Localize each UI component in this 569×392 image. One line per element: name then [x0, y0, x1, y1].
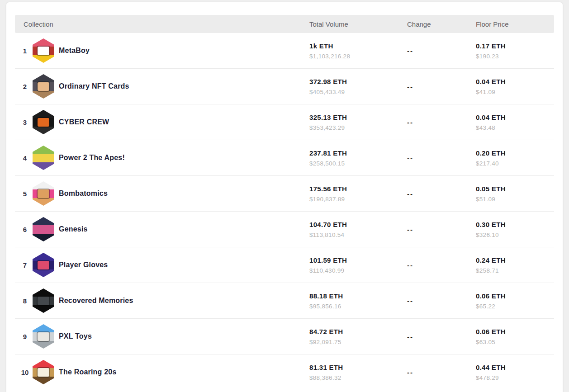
collection-cell: 3 CYBER CREW — [15, 110, 309, 134]
genesis-collection-icon — [33, 217, 54, 241]
floor-price-eth: 0.24 ETH — [476, 256, 554, 264]
floor-price-eth: 0.06 ETH — [476, 292, 554, 300]
floor-price-usd: $63.05 — [476, 339, 554, 345]
total-volume-eth: 175.56 ETH — [309, 185, 407, 193]
collection-icon-accent — [38, 118, 49, 127]
collection-name[interactable]: Power 2 The Apes! — [59, 154, 125, 162]
column-header-floor-price[interactable]: Floor Price — [476, 20, 554, 28]
floor-price-usd: $41.09 — [476, 89, 554, 95]
bombatomics-collection-icon — [33, 181, 54, 206]
collection-name[interactable]: PXL Toys — [59, 332, 92, 340]
collection-cell: 4 Power 2 The Apes! — [15, 146, 309, 170]
floor-price-usd: $65.22 — [476, 303, 554, 310]
floor-price-usd: $217.40 — [476, 160, 554, 167]
collection-icon-accent — [38, 261, 49, 269]
floor-price-cell: 0.04 ETH $41.09 — [476, 78, 554, 95]
rank-number: 3 — [18, 118, 32, 126]
rank-number: 9 — [18, 333, 32, 340]
collection-cell: 7 Player Gloves — [15, 253, 309, 277]
collection-cell: 8 Recovered Memories — [15, 288, 309, 313]
collection-icon-accent — [38, 368, 49, 377]
table-row[interactable]: 10 The Roaring 20s 81.31 ETH $88,386.32 … — [15, 354, 554, 390]
collection-cell: 6 Genesis — [15, 217, 309, 241]
collection-cell: 9 PXL Toys — [15, 324, 309, 349]
change-value: -- — [407, 154, 476, 162]
floor-price-usd: $326.10 — [476, 231, 554, 238]
collection-icon-accent — [38, 332, 49, 341]
floor-price-cell: 0.04 ETH $43.48 — [476, 113, 554, 131]
collection-cell: 5 Bombatomics — [15, 181, 309, 206]
total-volume-usd: $190,837.89 — [309, 196, 407, 203]
floor-price-usd: $258.71 — [476, 267, 554, 274]
table-row[interactable]: 9 PXL Toys 84.72 ETH $92,091.75 -- 0.06 … — [15, 319, 554, 354]
total-volume-cell: 101.59 ETH $110,430.99 — [309, 256, 407, 274]
floor-price-cell: 0.05 ETH $51.09 — [476, 185, 554, 203]
cyber-crew-collection-icon — [33, 110, 54, 134]
rank-number: 6 — [18, 226, 32, 233]
table-row[interactable]: 3 CYBER CREW 325.13 ETH $353,423.29 -- 0… — [15, 104, 554, 140]
change-value: -- — [407, 47, 476, 55]
total-volume-eth: 104.70 ETH — [309, 221, 407, 228]
table-row[interactable]: 7 Player Gloves 101.59 ETH $110,430.99 -… — [15, 247, 554, 283]
floor-price-eth: 0.05 ETH — [476, 185, 554, 193]
floor-price-eth: 0.17 ETH — [476, 42, 554, 50]
table-row[interactable]: 1 MetaBoy 1k ETH $1,103,216.28 -- 0.17 E… — [15, 33, 554, 69]
column-header-collection[interactable]: Collection — [15, 20, 309, 28]
collection-name[interactable]: Ordinary NFT Cards — [59, 82, 129, 90]
floor-price-usd: $478.29 — [476, 374, 554, 381]
total-volume-cell: 372.98 ETH $405,433.49 — [309, 78, 407, 95]
total-volume-usd: $92,091.75 — [309, 339, 407, 345]
total-volume-cell: 81.31 ETH $88,386.32 — [309, 364, 407, 381]
rank-number: 5 — [18, 190, 32, 198]
table-row[interactable]: 8 Recovered Memories 88.18 ETH $95,856.1… — [15, 283, 554, 319]
floor-price-usd: $43.48 — [476, 124, 554, 131]
floor-price-eth: 0.04 ETH — [476, 78, 554, 85]
floor-price-usd: $190.23 — [476, 53, 554, 60]
total-volume-cell: 237.81 ETH $258,500.15 — [309, 149, 407, 167]
floor-price-eth: 0.06 ETH — [476, 328, 554, 335]
rank-number: 2 — [18, 83, 32, 90]
total-volume-usd: $1,103,216.28 — [309, 53, 407, 60]
collection-name[interactable]: MetaBoy — [59, 47, 90, 55]
collection-name[interactable]: Genesis — [59, 225, 88, 233]
rank-number: 4 — [18, 154, 32, 162]
floor-price-eth: 0.30 ETH — [476, 221, 554, 228]
column-header-total-volume[interactable]: Total Volume — [309, 20, 407, 28]
collection-name[interactable]: Player Gloves — [59, 261, 108, 269]
floor-price-cell: 0.30 ETH $326.10 — [476, 221, 554, 238]
total-volume-eth: 84.72 ETH — [309, 328, 407, 335]
collection-icon-accent — [38, 47, 49, 55]
total-volume-cell: 84.72 ETH $92,091.75 — [309, 328, 407, 345]
collection-name[interactable]: CYBER CREW — [59, 118, 109, 126]
collection-name[interactable]: Bombatomics — [59, 189, 108, 198]
total-volume-eth: 81.31 ETH — [309, 364, 407, 371]
floor-price-eth: 0.04 ETH — [476, 113, 554, 121]
total-volume-usd: $258,500.15 — [309, 160, 407, 167]
recovered-memories-collection-icon — [33, 288, 54, 313]
change-value: -- — [407, 333, 476, 340]
rank-number: 10 — [18, 368, 32, 376]
total-volume-eth: 237.81 ETH — [309, 149, 407, 157]
collection-name[interactable]: Recovered Memories — [59, 297, 133, 305]
floor-price-eth: 0.20 ETH — [476, 149, 554, 157]
table-body: 1 MetaBoy 1k ETH $1,103,216.28 -- 0.17 E… — [15, 33, 554, 390]
total-volume-eth: 88.18 ETH — [309, 292, 407, 300]
total-volume-cell: 104.70 ETH $113,810.54 — [309, 221, 407, 238]
collection-icon-accent — [38, 189, 49, 198]
total-volume-eth: 1k ETH — [309, 42, 407, 50]
change-value: -- — [407, 261, 476, 269]
table-header-row: Collection Total Volume Change Floor Pri… — [15, 15, 554, 33]
table-row[interactable]: 5 Bombatomics 175.56 ETH $190,837.89 -- … — [15, 176, 554, 212]
table-row[interactable]: 4 Power 2 The Apes! 237.81 ETH $258,500.… — [15, 140, 554, 176]
table-row[interactable]: 6 Genesis 104.70 ETH $113,810.54 -- 0.30… — [15, 212, 554, 247]
total-volume-usd: $405,433.49 — [309, 89, 407, 95]
rank-number: 8 — [18, 297, 32, 305]
column-header-change[interactable]: Change — [407, 20, 476, 28]
collection-icon-accent — [38, 297, 49, 305]
pxl-toys-collection-icon — [33, 324, 54, 349]
floor-price-cell: 0.24 ETH $258.71 — [476, 256, 554, 274]
collection-cell: 1 MetaBoy — [15, 38, 309, 63]
collection-name[interactable]: The Roaring 20s — [59, 368, 116, 376]
total-volume-cell: 1k ETH $1,103,216.28 — [309, 42, 407, 60]
table-row[interactable]: 2 Ordinary NFT Cards 372.98 ETH $405,433… — [15, 69, 554, 104]
